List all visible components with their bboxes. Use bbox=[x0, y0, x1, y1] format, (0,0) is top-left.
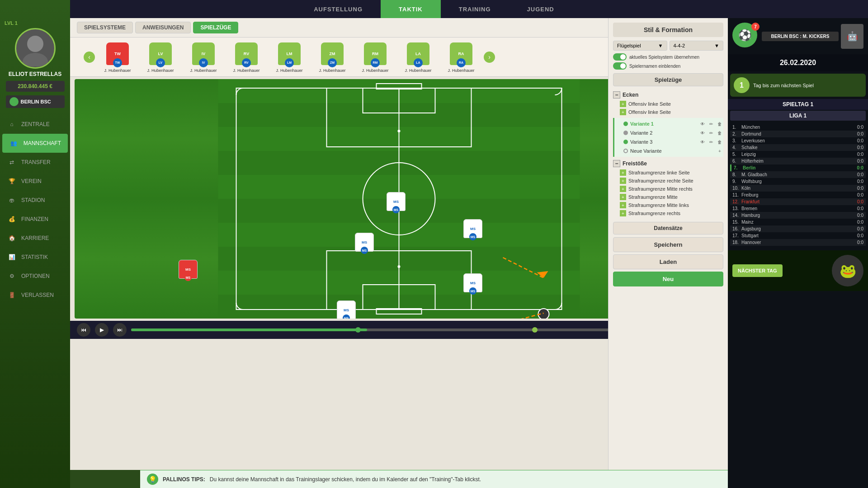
sidebar-item-verein[interactable]: 🏆 VEREIN bbox=[0, 172, 70, 191]
ecken-section-header[interactable]: − Ecken bbox=[613, 90, 723, 100]
finance-icon: 💰 bbox=[7, 214, 17, 224]
field-player-center1[interactable]: MS MS bbox=[355, 233, 374, 252]
sidebar-item-optionen[interactable]: ⚙ OPTIONEN bbox=[0, 267, 70, 286]
filter-select[interactable]: Flügelspiel ▼ bbox=[613, 41, 667, 51]
rewind-button[interactable]: ⏮ bbox=[77, 323, 90, 337]
freistosse-add-2[interactable]: + bbox=[620, 178, 626, 184]
variant-dot-new bbox=[623, 149, 628, 153]
freistosse-item-4: + Strafraumgrenze Mitte bbox=[613, 193, 723, 201]
sidebar-item-zentrale[interactable]: ⌂ ZENTRALE bbox=[0, 115, 70, 134]
variant-edit-2[interactable]: ✏ bbox=[708, 129, 715, 136]
ecken-item-label-2: Offensiv linke Seite bbox=[628, 109, 671, 115]
freistosse-add-6[interactable]: + bbox=[620, 210, 626, 216]
tab-spielzuge[interactable]: SPIELZÜGE bbox=[193, 22, 238, 33]
freistosse-add-3[interactable]: + bbox=[620, 186, 626, 192]
field-shirt-center1: MS MS bbox=[355, 233, 374, 252]
tab-anweisungen[interactable]: ANWEISUNGEN bbox=[135, 22, 191, 33]
tips-symbol: 💡 bbox=[149, 476, 156, 483]
toggle-spielernamen[interactable] bbox=[613, 62, 627, 70]
variant-eye-2[interactable]: 👁 bbox=[699, 129, 706, 136]
ecken-item-1: + Offensiv linke Seite bbox=[613, 100, 723, 108]
table-row-9: 9. Wolfsburg 0:0 bbox=[730, 178, 866, 185]
neu-button[interactable]: Neu bbox=[613, 272, 723, 286]
player-card-zm[interactable]: ZM ZM J. Hubenhauer bbox=[312, 41, 353, 73]
team-header-display: BERLIN BSC : M. KICKERS bbox=[762, 32, 839, 41]
variant-eye-1[interactable]: 👁 bbox=[699, 120, 706, 127]
ecken-add-icon-1[interactable]: + bbox=[620, 101, 626, 107]
player-card-lm[interactable]: LM LM J. Hubenhauer bbox=[269, 41, 310, 73]
sidebar-item-statistik[interactable]: 📊 STATISTIK bbox=[0, 248, 70, 267]
freistosse-label: Freistöße bbox=[623, 160, 647, 167]
table-row-3: 3. Leverkusen 0:0 bbox=[730, 137, 866, 144]
formation-panel: Stil & Formation Flügelspiel ▼ 4-4-2 ▼ a… bbox=[608, 18, 728, 470]
sidebar-item-verlassen[interactable]: 🚪 VERLASSEN bbox=[0, 286, 70, 305]
player-card-iv[interactable]: IV IV J. Hubenhauer bbox=[183, 41, 224, 73]
tab-spielsysteme[interactable]: SPIELSYSTEME bbox=[77, 22, 133, 33]
sidebar-item-stadion[interactable]: 🏟 STADION bbox=[0, 191, 70, 210]
sidebar-item-karriere[interactable]: 🏠 KARRIERE bbox=[0, 229, 70, 248]
player-card-ra[interactable]: RA RA J. Hubenhauer bbox=[441, 41, 481, 73]
team-badge-icon bbox=[9, 97, 19, 106]
svg-point-0 bbox=[27, 36, 43, 52]
ecken-collapse-button[interactable]: − bbox=[613, 91, 620, 99]
sidebar-item-transfer[interactable]: ⇄ TRANSFER bbox=[0, 153, 70, 172]
player-card-la[interactable]: LA LA J. Hubenhauer bbox=[398, 41, 439, 73]
field-player-right1[interactable]: MS MS bbox=[463, 219, 482, 238]
variant-delete-1[interactable]: 🗑 bbox=[716, 120, 723, 127]
tips-text: Du kannst deine Mannschaft in das Traini… bbox=[210, 476, 481, 483]
player-shirt-lv: LV LV bbox=[148, 41, 173, 66]
freistosse-label-4: Strafraumgrenze Mitte bbox=[628, 194, 678, 200]
sidebar-item-mannschaft[interactable]: 👥 MANNSCHAFT bbox=[2, 134, 68, 153]
nav-aufstellung[interactable]: AUFSTELLUNG bbox=[296, 0, 381, 18]
variant-row-2: Variante 2 👁 ✏ 🗑 bbox=[614, 128, 723, 137]
field-shirt-center2: MS MS bbox=[387, 192, 406, 211]
player-card-rm[interactable]: RM RM J. Hubenhauer bbox=[355, 41, 396, 73]
speichern-button[interactable]: Speichern bbox=[613, 237, 723, 252]
nav-training[interactable]: TRAINING bbox=[441, 0, 509, 18]
shirt-icon-la: LA LA bbox=[407, 42, 429, 65]
players-next-button[interactable]: › bbox=[484, 52, 495, 63]
table-row-12-red: 12. Frankfurt 0:0 bbox=[730, 198, 866, 205]
variant-delete-2[interactable]: 🗑 bbox=[716, 129, 723, 136]
nav-taktik[interactable]: TAKTIK bbox=[381, 0, 441, 18]
variant-delete-3[interactable]: 🗑 bbox=[716, 138, 723, 145]
player-card-rv[interactable]: RV RV J. Hubenhauer bbox=[226, 41, 267, 73]
freistosse-add-1[interactable]: + bbox=[620, 169, 626, 176]
freistosse-add-5[interactable]: + bbox=[620, 202, 626, 208]
field-shirt-badge-red: MS bbox=[184, 274, 192, 281]
forward-button[interactable]: ⏭ bbox=[113, 323, 127, 337]
datensatze-button[interactable]: Datensätze bbox=[613, 222, 723, 235]
user-money: 230.840.445 € bbox=[6, 81, 65, 92]
players-prev-button[interactable]: ‹ bbox=[84, 52, 95, 63]
formation-value-select[interactable]: 4-4-2 ▼ bbox=[670, 41, 724, 51]
field-player-right2[interactable]: MS MS bbox=[463, 273, 482, 292]
ecken-add-icon-2[interactable]: + bbox=[620, 109, 626, 115]
table-row-18: 18. Hannover 0:0 bbox=[730, 239, 866, 246]
table-row-6: 6. Höfterheim 0:0 bbox=[730, 158, 866, 164]
freistosse-section-header[interactable]: − Freistöße bbox=[613, 159, 723, 169]
variant-row-1: Variante 1 👁 ✏ 🗑 bbox=[614, 119, 723, 128]
nav-jugend[interactable]: JUGEND bbox=[509, 0, 572, 18]
field-player-center2[interactable]: MS MS bbox=[387, 192, 406, 211]
sidebar-label-karriere: KARRIERE bbox=[21, 235, 49, 241]
variant-add-new[interactable]: + bbox=[716, 147, 723, 155]
sidebar-item-finanzen[interactable]: 💰 FINANZEN bbox=[0, 210, 70, 229]
laden-button[interactable]: Laden bbox=[613, 254, 723, 269]
variant-edit-1[interactable]: ✏ bbox=[708, 120, 715, 127]
field-shirt-bottom: MS MS bbox=[337, 300, 356, 319]
spielzuge-button[interactable]: Spielzüge bbox=[613, 73, 723, 86]
play-button[interactable]: ▶ bbox=[95, 323, 108, 337]
field-player-left[interactable]: MS MS bbox=[179, 260, 198, 279]
top-navigation: AUFSTELLUNG TAKTIK TRAINING JUGEND bbox=[0, 0, 868, 18]
player-card-lv[interactable]: LV LV J. Hubenhauer bbox=[140, 41, 181, 73]
field-player-bottom[interactable]: MS MS bbox=[337, 300, 356, 319]
variant-eye-3[interactable]: 👁 bbox=[699, 138, 706, 145]
table-row-14: 14. Hamburg 0:0 bbox=[730, 212, 866, 219]
next-day-button[interactable]: NÄCHSTER TAG bbox=[732, 264, 783, 277]
freistosse-add-4[interactable]: + bbox=[620, 194, 626, 200]
freistosse-collapse-button[interactable]: − bbox=[613, 160, 620, 167]
variant-edit-3[interactable]: ✏ bbox=[708, 138, 715, 145]
shirt-badge-iv: IV bbox=[199, 58, 208, 67]
toggle-spielsystem[interactable] bbox=[613, 53, 627, 61]
player-card-tw[interactable]: TW TW J. Hubenhauer bbox=[97, 41, 138, 73]
